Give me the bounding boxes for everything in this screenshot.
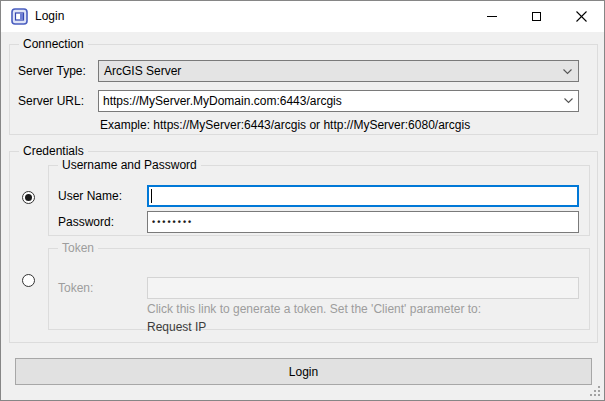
token-label: Token: — [58, 281, 93, 295]
login-button-label: Login — [289, 365, 318, 379]
password-label: Password: — [58, 215, 114, 229]
chevron-down-icon — [563, 69, 572, 75]
token-group-label: Token — [58, 241, 98, 255]
user-name-field-wrap — [147, 185, 579, 207]
token-radio[interactable] — [22, 274, 35, 287]
close-icon — [576, 11, 587, 22]
user-name-input[interactable] — [147, 185, 579, 207]
connection-group-label: Connection — [19, 37, 88, 51]
form-icon — [11, 8, 28, 25]
password-input[interactable] — [147, 211, 579, 233]
token-input — [147, 277, 579, 299]
request-ip-text: Request IP — [147, 320, 206, 334]
server-url-input[interactable] — [98, 90, 579, 112]
server-type-value: ArcGIS Server — [104, 64, 181, 78]
server-url-example-text: Example: https://MyServer:6443/arcgis or… — [100, 118, 470, 132]
token-hint-text: Click this link to generate a token. Set… — [147, 302, 481, 316]
minimize-button[interactable] — [469, 1, 514, 32]
username-password-group-label: Username and Password — [58, 158, 201, 172]
radio-selected-dot — [25, 194, 32, 201]
window-title: Login — [35, 1, 64, 32]
user-name-label: User Name: — [58, 189, 122, 203]
server-type-label: Server Type: — [18, 64, 86, 78]
title-bar[interactable]: Login — [1, 1, 604, 32]
server-type-select[interactable]: ArcGIS Server — [98, 60, 579, 82]
credentials-group-label: Credentials — [19, 144, 88, 158]
server-url-label: Server URL: — [18, 94, 84, 108]
chevron-down-icon[interactable] — [564, 98, 573, 104]
resize-grip[interactable] — [598, 394, 600, 396]
text-caret — [151, 189, 152, 203]
password-field-wrap — [147, 211, 579, 233]
maximize-icon — [532, 12, 541, 21]
maximize-button[interactable] — [514, 1, 559, 32]
token-field-wrap — [147, 277, 579, 299]
minimize-icon — [487, 16, 497, 17]
server-url-combo — [98, 90, 579, 112]
login-button[interactable]: Login — [15, 358, 592, 385]
close-button[interactable] — [559, 1, 604, 32]
username-password-radio[interactable] — [22, 191, 35, 204]
login-dialog: Login Connection Server Type: ArcGIS Ser… — [0, 0, 605, 401]
